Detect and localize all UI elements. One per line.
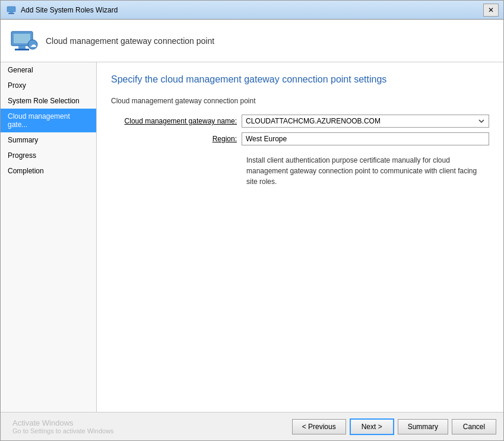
gateway-name-row: Cloud management gateway name: CLOUDATTA…: [111, 115, 489, 128]
gateway-name-label: Cloud management gateway name:: [111, 117, 242, 125]
sidebar-item-general[interactable]: General: [1, 62, 96, 78]
sidebar-item-summary[interactable]: Summary: [1, 132, 96, 148]
footer: Activate Windows Go to Settings to activ…: [1, 412, 503, 440]
activate-watermark: Activate Windows Go to Settings to activ…: [8, 418, 289, 434]
svg-rect-1: [9, 12, 13, 13]
sidebar-item-proxy[interactable]: Proxy: [1, 78, 96, 93]
section-label: Cloud management gateway connection poin…: [111, 97, 489, 105]
svg-rect-4: [14, 34, 30, 43]
sidebar-item-progress[interactable]: Progress: [1, 148, 96, 163]
header-title: Cloud management gateway connection poin…: [46, 36, 214, 46]
sidebar: General Proxy System Role Selection Clou…: [1, 62, 97, 412]
gateway-name-container: CLOUDATTACHCMG.AZURENOOB.COM: [242, 115, 489, 128]
sidebar-item-system-role-selection[interactable]: System Role Selection: [1, 93, 96, 109]
region-container: [242, 132, 489, 145]
header-bar: ☁ Cloud management gateway connection po…: [1, 20, 503, 62]
next-button[interactable]: Next >: [350, 418, 394, 435]
svg-rect-5: [18, 46, 26, 49]
region-row: Region:: [111, 132, 489, 145]
svg-text:☁: ☁: [30, 42, 36, 48]
gateway-name-select[interactable]: CLOUDATTACHCMG.AZURENOOB.COM: [242, 115, 489, 128]
region-input[interactable]: [242, 132, 489, 145]
sidebar-item-cloud-management[interactable]: Cloud management gate...: [1, 109, 96, 132]
header-icon: ☁: [10, 27, 39, 55]
title-bar-icon: [5, 4, 17, 16]
info-text: Install client authentication purpose ce…: [246, 155, 489, 187]
cancel-button[interactable]: Cancel: [452, 419, 496, 434]
svg-rect-6: [15, 49, 29, 50]
content-area: General Proxy System Role Selection Clou…: [1, 62, 503, 412]
title-bar-text: Add Site System Roles Wizard: [21, 6, 483, 14]
summary-button[interactable]: Summary: [398, 419, 448, 434]
wizard-window: Add Site System Roles Wizard ✕ ☁ Cloud m…: [0, 0, 504, 441]
previous-button[interactable]: < Previous: [292, 419, 346, 434]
svg-rect-0: [7, 7, 15, 12]
region-label: Region:: [111, 135, 242, 143]
main-title: Specify the cloud management gateway con…: [111, 74, 489, 85]
main-content: Specify the cloud management gateway con…: [97, 62, 503, 412]
close-button[interactable]: ✕: [483, 4, 499, 17]
svg-rect-2: [8, 13, 14, 14]
title-bar: Add Site System Roles Wizard ✕: [1, 1, 503, 20]
sidebar-item-completion[interactable]: Completion: [1, 163, 96, 179]
